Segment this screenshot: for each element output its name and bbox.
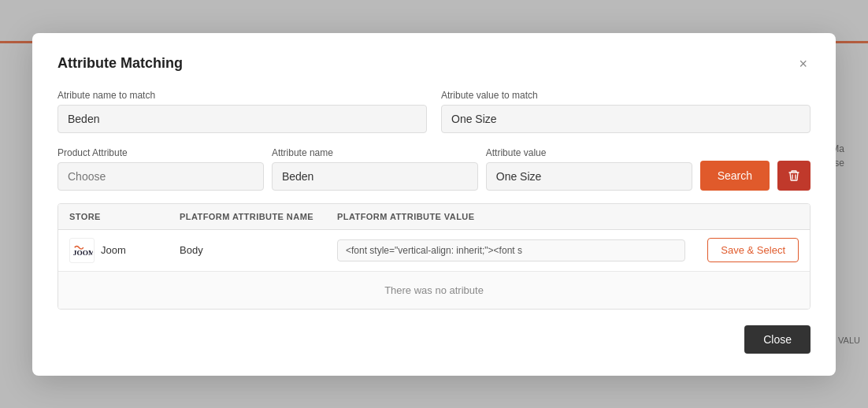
- search-attribute-name-group: Attribute name: [272, 147, 478, 191]
- top-attribute-name-input[interactable]: [57, 105, 427, 133]
- joom-icon: JOOM: [71, 240, 93, 261]
- modal-overlay: Attribute Matching × Atribute name to ma…: [0, 0, 868, 408]
- platform-attr-name-cell: Body: [169, 229, 326, 271]
- top-attribute-value-label: Atribute value to match: [441, 90, 811, 101]
- store-name: Joom: [101, 244, 126, 256]
- save-select-button[interactable]: Save & Select: [707, 238, 799, 262]
- col-header-platform-attr-value: PLATFORM ATTRIBUTE VALUE: [326, 204, 696, 230]
- no-attribute-row: There was no atribute: [58, 271, 810, 309]
- search-button[interactable]: Search: [700, 161, 770, 191]
- col-header-action: [696, 204, 810, 230]
- modal-title: Attribute Matching: [57, 55, 183, 72]
- product-attribute-input[interactable]: [57, 162, 264, 191]
- results-table-wrapper: STORE PLATFORM ATTRIBUTE NAME PLATFORM A…: [57, 203, 811, 310]
- top-attribute-value-group: Atribute value to match: [441, 90, 811, 133]
- attribute-matching-modal: Attribute Matching × Atribute name to ma…: [32, 33, 836, 376]
- product-attribute-group: Product Attribute: [57, 147, 264, 191]
- delete-button[interactable]: [777, 161, 811, 191]
- store-cell: JOOM Joom: [58, 229, 169, 271]
- col-header-store: STORE: [58, 204, 169, 230]
- search-row: Product Attribute Attribute name Attribu…: [57, 147, 811, 191]
- search-attribute-value-input[interactable]: [486, 162, 692, 191]
- search-attribute-name-input[interactable]: [272, 162, 478, 191]
- top-attribute-value-input[interactable]: [441, 105, 811, 133]
- no-attribute-text: There was no atribute: [58, 271, 810, 309]
- platform-attr-value-input[interactable]: [337, 239, 685, 261]
- table-row: JOOM Joom Body Save: [58, 229, 810, 271]
- trash-icon: [788, 169, 800, 182]
- action-cell: Save & Select: [696, 229, 810, 271]
- close-icon[interactable]: ×: [796, 55, 811, 72]
- close-button[interactable]: Close: [744, 325, 811, 354]
- results-table: STORE PLATFORM ATTRIBUTE NAME PLATFORM A…: [58, 204, 810, 309]
- svg-text:JOOM: JOOM: [73, 248, 93, 256]
- modal-footer: Close: [57, 325, 811, 354]
- top-attribute-name-label: Atribute name to match: [57, 90, 427, 101]
- platform-attr-value-cell: [326, 229, 696, 271]
- search-attribute-name-label: Attribute name: [272, 147, 478, 158]
- modal-header: Attribute Matching ×: [57, 55, 811, 72]
- search-attribute-value-label: Attribute value: [486, 147, 692, 158]
- joom-logo: JOOM: [69, 238, 95, 263]
- col-header-platform-attr-name: PLATFORM ATTRIBUTE NAME: [169, 204, 326, 230]
- top-fields-row: Atribute name to match Atribute value to…: [57, 90, 811, 133]
- product-attribute-label: Product Attribute: [57, 147, 264, 158]
- top-attribute-name-group: Atribute name to match: [57, 90, 427, 133]
- search-attribute-value-group: Attribute value: [486, 147, 692, 191]
